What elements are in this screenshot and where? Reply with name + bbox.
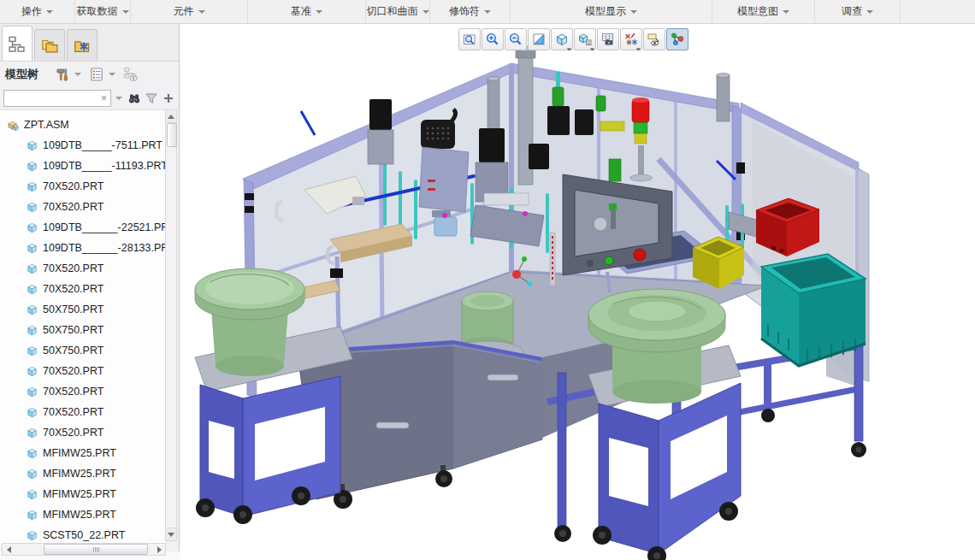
menu-3[interactable]: 元件 xyxy=(131,0,248,23)
scroll-right-icon[interactable] xyxy=(153,544,165,555)
find-binoculars-icon[interactable] xyxy=(127,91,141,106)
part-icon xyxy=(26,427,38,439)
menu-dropdown-icon xyxy=(783,10,789,14)
menu-label: 获取数据 xyxy=(77,4,118,19)
model-tree: ZPT.ASM109DTB_____-7511.PRT109DTB_____-1… xyxy=(0,109,166,546)
favorites-tab[interactable] xyxy=(67,29,98,61)
tree-tools-dropdown-icon[interactable] xyxy=(74,73,81,76)
menu-5[interactable]: 切口和曲面 xyxy=(366,0,430,23)
repaint-icon xyxy=(531,32,547,47)
zoom-out-button[interactable] xyxy=(505,28,527,50)
menu-label: 元件 xyxy=(174,4,194,19)
tree-horizontal-scrollbar[interactable] xyxy=(2,543,166,556)
model-tree-header: 模型树 xyxy=(0,62,179,87)
tree-item-109dtb-28133-pr[interactable]: 109DTB______-28133.PR xyxy=(0,238,166,258)
datum-display-button[interactable] xyxy=(620,28,642,50)
dropdown-corner-icon xyxy=(634,44,641,50)
filter-funnel-icon[interactable] xyxy=(144,91,158,106)
tree-item-50x750-prt[interactable]: 50X750.PRT xyxy=(0,340,166,361)
tree-item-70x520-prt[interactable]: 70X520.PRT xyxy=(0,197,166,217)
horizontal-scroll-thumb[interactable] xyxy=(44,544,148,555)
spin-center-button[interactable] xyxy=(666,28,688,50)
annotation-display-button[interactable] xyxy=(643,28,665,50)
part-icon xyxy=(26,139,38,152)
tree-item-label: 70X520.PRT xyxy=(43,406,103,418)
tree-item-70x520-prt[interactable]: 70X520.PRT xyxy=(0,381,166,402)
tree-item-70x520-prt[interactable]: 70X520.PRT xyxy=(0,258,166,279)
tree-item-70x520-prt[interactable]: 70X520.PRT xyxy=(0,402,166,422)
menu-label: 模型意图 xyxy=(737,4,778,19)
part-icon xyxy=(26,304,38,316)
model-tree-tab[interactable] xyxy=(2,26,32,61)
menu-9[interactable]: 调查 xyxy=(815,0,901,23)
scroll-up-icon[interactable] xyxy=(166,110,176,123)
control-panel xyxy=(563,174,672,275)
tree-item-109dtb-22521-pr[interactable]: 109DTB______-22521.PR xyxy=(0,217,166,238)
repaint-button[interactable] xyxy=(528,28,550,50)
tree-item-mfimw25-prt[interactable]: MFIMW25.PRT xyxy=(0,504,166,525)
tree-item-label: ZPT.ASM xyxy=(24,119,69,131)
tree-item-label: 70X520.PRT xyxy=(43,180,103,192)
tree-item-50x750-prt[interactable]: 50X750.PRT xyxy=(0,320,166,340)
zoom-in-button[interactable] xyxy=(482,28,504,50)
tree-item-label: 70X520.PRT xyxy=(43,386,103,398)
tree-item-mfimw25-prt[interactable]: MFIMW25.PRT xyxy=(0,443,166,463)
tree-item-label: 50X750.PRT xyxy=(43,304,103,315)
tree-tools-icon[interactable] xyxy=(54,66,71,83)
menu-8[interactable]: 模型意图 xyxy=(712,0,815,23)
tree-settings-dropdown-icon[interactable] xyxy=(109,73,115,76)
saved-views-button[interactable] xyxy=(597,28,619,50)
menu-7[interactable]: 模型显示 xyxy=(511,0,712,23)
menu-dropdown-icon xyxy=(198,10,205,14)
tree-vertical-scrollbar[interactable] xyxy=(165,109,177,541)
tree-item-50x750-prt[interactable]: 50X750.PRT xyxy=(0,299,166,320)
shaded-display-button[interactable] xyxy=(551,28,573,50)
scroll-left-icon[interactable] xyxy=(3,544,15,555)
tree-item-70x520-prt[interactable]: 70X520.PRT xyxy=(0,422,166,443)
folder-browser-tab[interactable] xyxy=(34,29,65,61)
search-clear-icon[interactable]: × xyxy=(98,92,110,104)
panel-title: 模型树 xyxy=(5,67,38,82)
navigator-panel: 模型树 × ZPT.ASM109DTB_____-7511.PRT109DTB_… xyxy=(0,23,180,551)
refit-button[interactable] xyxy=(458,28,481,50)
tree-item-mfimw25-prt[interactable]: MFIMW25.PRT xyxy=(0,463,166,484)
menu-label: 模型显示 xyxy=(585,4,626,19)
tree-search-row: × xyxy=(0,87,179,109)
tree-item-label: MFIMW25.PRT xyxy=(43,509,116,521)
part-icon xyxy=(26,345,38,357)
tree-item-label: 70X520.PRT xyxy=(43,427,103,439)
tree-item-label: 109DTB_____-7511.PRT xyxy=(43,139,162,151)
menu-dropdown-icon xyxy=(422,10,429,14)
tree-item-zpt-asm[interactable]: ZPT.ASM xyxy=(0,115,166,135)
menu-dropdown-icon xyxy=(866,10,873,14)
vertical-scroll-thumb[interactable] xyxy=(167,123,177,147)
expand-plus-icon[interactable] xyxy=(161,91,175,106)
menu-4[interactable]: 基准 xyxy=(248,0,366,23)
tree-search-input[interactable] xyxy=(4,93,98,103)
display-style-button[interactable] xyxy=(574,28,596,50)
ribbon-menu-bar: 操作获取数据元件基准切口和曲面修饰符模型显示模型意图调查 xyxy=(0,0,975,24)
favorites-tab-icon xyxy=(73,36,92,55)
tree-item-label: 50X750.PRT xyxy=(43,324,103,336)
tree-show-icon[interactable] xyxy=(122,66,139,83)
tree-item-mfimw25-prt[interactable]: MFIMW25.PRT xyxy=(0,484,166,504)
tree-item-70x520-prt[interactable]: 70X520.PRT xyxy=(0,361,166,381)
saved-views-icon xyxy=(600,32,616,47)
menu-2[interactable]: 获取数据 xyxy=(75,0,131,23)
search-options-dropdown-icon[interactable] xyxy=(115,97,122,100)
refit-icon xyxy=(462,32,477,47)
part-icon xyxy=(26,180,38,193)
menu-6[interactable]: 修饰符 xyxy=(430,0,511,23)
tree-item-70x520-prt[interactable]: 70X520.PRT xyxy=(0,279,166,299)
graphics-toolbar xyxy=(458,28,688,50)
tree-item-label: 70X520.PRT xyxy=(43,262,103,274)
zoom-out-icon xyxy=(508,32,523,47)
tree-item-109dtb-11193-prt[interactable]: 109DTB_____-11193.PRT xyxy=(0,156,166,176)
tree-item-70x520-prt[interactable]: 70X520.PRT xyxy=(0,176,166,197)
menu-label: 操作 xyxy=(21,4,42,19)
menu-label: 切口和曲面 xyxy=(367,4,418,19)
tree-settings-icon[interactable] xyxy=(88,66,105,83)
menu-1[interactable]: 操作 xyxy=(0,0,75,23)
scroll-down-icon[interactable] xyxy=(166,528,176,540)
tree-item-109dtb-7511-prt[interactable]: 109DTB_____-7511.PRT xyxy=(0,135,166,156)
